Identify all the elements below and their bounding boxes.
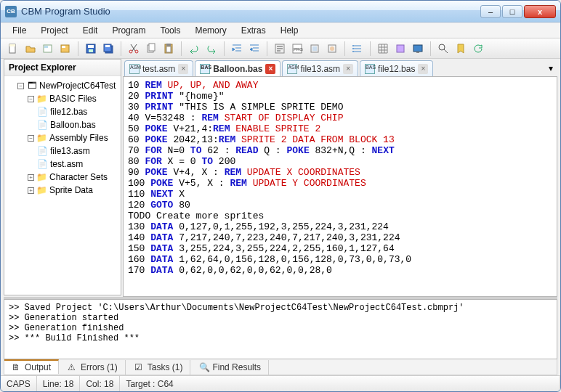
tree-asm-label: Assembly Files bbox=[49, 132, 108, 144]
bookmark-icon[interactable] bbox=[453, 41, 469, 57]
project-explorer-title: Project Explorer bbox=[4, 60, 121, 76]
tool-b-icon[interactable] bbox=[324, 41, 340, 57]
tab-close-icon[interactable]: × bbox=[343, 64, 353, 74]
output-tab-errors[interactable]: ⚠Errors (1) bbox=[60, 360, 126, 375]
asm-icon: ASM bbox=[287, 64, 297, 74]
svg-point-27 bbox=[352, 51, 354, 52]
svg-rect-29 bbox=[413, 45, 422, 52]
minimize-button[interactable]: – bbox=[480, 5, 501, 18]
toolbar-sep bbox=[370, 41, 371, 56]
save-all-icon[interactable] bbox=[100, 41, 116, 57]
save-icon[interactable] bbox=[83, 41, 99, 57]
cut-icon[interactable] bbox=[126, 41, 142, 57]
indent-icon[interactable] bbox=[229, 41, 245, 57]
tab-test-asm[interactable]: ASMtest.asm× bbox=[124, 60, 193, 76]
tree-asm-folder[interactable]: −📁Assembly Files bbox=[7, 131, 118, 144]
svg-rect-28 bbox=[397, 45, 404, 52]
svg-rect-7 bbox=[88, 45, 94, 48]
output-text[interactable]: >> Saved Project 'C:\Users\Arthur\Docume… bbox=[4, 299, 557, 359]
tree-file-label: Balloon.bas bbox=[50, 119, 96, 131]
titlebar: CB CBM Program Studio – □ x bbox=[1, 1, 560, 23]
tab-file12-bas[interactable]: BASfile12.bas× bbox=[360, 60, 433, 76]
main-row: Project Explorer −🗔NewProjectC64Test −📁B… bbox=[1, 59, 560, 297]
svg-rect-5 bbox=[62, 46, 65, 48]
output-tab-find[interactable]: 🔍Find Results bbox=[192, 360, 269, 375]
tree-basic-folder[interactable]: −📁BASIC Files bbox=[7, 92, 118, 105]
open-icon[interactable] bbox=[23, 41, 39, 57]
sprite-icon[interactable] bbox=[392, 41, 408, 57]
tab-label: file13.asm bbox=[300, 64, 340, 74]
screen-icon[interactable] bbox=[410, 41, 426, 57]
toolbar-sep bbox=[121, 41, 121, 56]
output-tab-tasks[interactable]: ☑Tasks (1) bbox=[127, 360, 191, 375]
maximize-button[interactable]: □ bbox=[502, 5, 522, 18]
toolbar: PRG bbox=[1, 38, 560, 59]
project-tree[interactable]: −🗔NewProjectC64Test −📁BASIC Files 📄file1… bbox=[4, 76, 121, 200]
find-icon[interactable] bbox=[435, 41, 451, 57]
tree-charsets[interactable]: +📁Character Sets bbox=[7, 171, 118, 184]
copy-icon[interactable] bbox=[143, 41, 159, 57]
output-tab-output[interactable]: 🗎Output bbox=[4, 359, 59, 374]
editor-column: ASMtest.asm× BASBalloon.bas× ASMfile13.a… bbox=[123, 59, 560, 297]
tool-a-icon[interactable] bbox=[307, 41, 323, 57]
menubar: File Project Edit Program Tools Memory E… bbox=[1, 23, 560, 38]
build-icon[interactable] bbox=[272, 41, 288, 57]
menu-tools[interactable]: Tools bbox=[154, 24, 186, 37]
tab-label: file12.bas bbox=[378, 64, 415, 74]
menu-edit[interactable]: Edit bbox=[77, 24, 104, 37]
svg-point-12 bbox=[129, 50, 132, 53]
tab-list-button[interactable]: ▾ bbox=[544, 62, 557, 75]
close-button[interactable]: x bbox=[524, 5, 556, 18]
open-project-icon[interactable] bbox=[57, 41, 73, 57]
tree-file-label: file12.bas bbox=[50, 106, 87, 118]
new-file-icon[interactable] bbox=[5, 41, 21, 57]
window-buttons: – □ x bbox=[480, 5, 556, 18]
output-tab-label: Output bbox=[25, 362, 51, 372]
tree-root[interactable]: −🗔NewProjectC64Test bbox=[7, 79, 118, 92]
paste-icon[interactable] bbox=[161, 41, 177, 57]
tree-sprites[interactable]: +📁Sprite Data bbox=[7, 184, 118, 197]
bas-icon: BAS bbox=[365, 64, 375, 74]
tab-file13-asm[interactable]: ASMfile13.asm× bbox=[282, 60, 358, 76]
tab-close-icon[interactable]: × bbox=[178, 64, 188, 74]
redo-icon[interactable] bbox=[203, 41, 219, 57]
app-window: CB CBM Program Studio – □ x File Project… bbox=[0, 0, 561, 392]
prg-icon[interactable]: PRG bbox=[289, 41, 305, 57]
menu-file[interactable]: File bbox=[7, 24, 32, 37]
tab-close-icon[interactable]: × bbox=[418, 64, 428, 74]
tree-file[interactable]: 📄file13.asm bbox=[7, 144, 118, 158]
svg-rect-11 bbox=[105, 45, 110, 47]
menu-program[interactable]: Program bbox=[106, 24, 151, 37]
tree-file[interactable]: 📄Balloon.bas bbox=[7, 118, 118, 131]
status-target: Target : C64 bbox=[120, 376, 560, 391]
svg-text:PRG: PRG bbox=[294, 47, 303, 52]
outdent-icon[interactable] bbox=[246, 41, 262, 57]
svg-rect-18 bbox=[166, 44, 171, 46]
menu-memory[interactable]: Memory bbox=[189, 24, 232, 37]
toolbar-sep bbox=[344, 41, 345, 56]
output-tab-label: Find Results bbox=[212, 362, 261, 372]
tab-balloon-bas[interactable]: BASBalloon.bas× bbox=[195, 60, 280, 76]
svg-rect-8 bbox=[89, 49, 93, 52]
statusbar: CAPS Line: 18 Col: 18 Target : C64 bbox=[1, 375, 560, 391]
tree-file[interactable]: 📄test.asm bbox=[7, 158, 118, 171]
refresh-icon[interactable] bbox=[470, 41, 486, 57]
tree-sprites-label: Sprite Data bbox=[49, 184, 93, 196]
error-icon: ⚠ bbox=[68, 362, 78, 372]
toolbar-sep bbox=[78, 41, 78, 56]
status-line: Line: 18 bbox=[37, 376, 81, 391]
tab-close-icon[interactable]: × bbox=[265, 64, 275, 74]
list-icon[interactable] bbox=[350, 41, 366, 57]
svg-point-31 bbox=[439, 44, 445, 50]
menu-help[interactable]: Help bbox=[275, 24, 304, 37]
tree-file[interactable]: 📄file12.bas bbox=[7, 105, 118, 118]
menu-project[interactable]: Project bbox=[35, 24, 73, 37]
asm-icon: ASM bbox=[129, 64, 140, 74]
grid-icon[interactable] bbox=[375, 41, 391, 57]
code-editor[interactable]: 10 REM UP, UP, AND AWAY 20 PRINT "{home}… bbox=[123, 76, 557, 297]
editor-tabbar: ASMtest.asm× BASBalloon.bas× ASMfile13.a… bbox=[123, 59, 557, 76]
new-project-icon[interactable] bbox=[40, 41, 56, 57]
menu-extras[interactable]: Extras bbox=[235, 24, 272, 37]
tree-file-label: file13.asm bbox=[50, 145, 90, 157]
undo-icon[interactable] bbox=[186, 41, 202, 57]
